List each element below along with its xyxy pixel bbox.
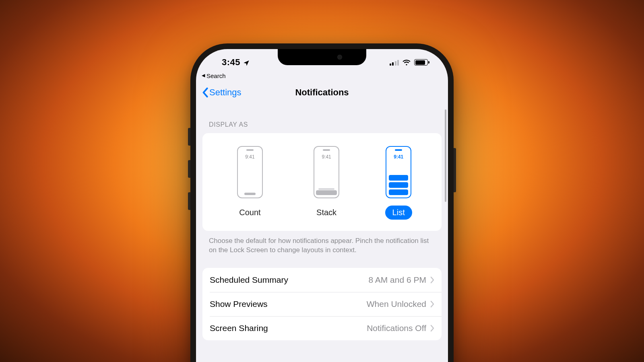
page-title: Notifications [295,87,349,98]
back-button-label: Settings [209,87,242,98]
display-as-option-count[interactable]: 9:41 Count [232,146,268,220]
row-screen-sharing[interactable]: Screen Sharing Notifications Off [202,316,442,340]
display-as-footer: Choose the default for how notifications… [202,231,442,259]
display-as-option-label: Stack [309,206,344,220]
display-as-card: 9:41 Count 9:41 Stack [202,133,442,231]
phone-notch [278,49,366,65]
row-label: Screen Sharing [210,323,268,333]
row-value: 8 AM and 6 PM [368,275,426,285]
breadcrumb-label: Search [206,72,226,79]
row-scheduled-summary[interactable]: Scheduled Summary 8 AM and 6 PM [202,268,442,292]
location-icon [243,59,250,66]
phone-frame: 3:45 ◀ Sea [190,43,454,362]
back-button[interactable]: Settings [202,87,242,98]
display-as-option-label: Count [232,206,268,220]
chevron-right-icon [430,276,434,284]
chevron-right-icon [430,325,434,332]
display-as-header: DISPLAY AS [202,103,442,133]
row-value: When Unlocked [367,299,426,309]
cellular-signal-icon [390,59,399,66]
chevron-left-icon [202,87,208,98]
content-area: DISPLAY AS 9:41 Count [196,103,448,340]
display-as-preview-stack: 9:41 [314,146,339,198]
status-time: 3:45 [222,57,240,68]
back-triangle-icon: ◀ [202,73,205,78]
row-label: Scheduled Summary [210,275,288,285]
display-as-preview-count: 9:41 [237,146,263,198]
wifi-icon [402,59,411,66]
row-value: Notifications Off [367,323,426,333]
chevron-right-icon [430,300,434,308]
row-label: Show Previews [210,299,268,309]
display-as-option-label: List [385,206,412,220]
battery-icon [414,59,428,66]
scroll-indicator[interactable] [445,109,446,202]
display-as-option-stack[interactable]: 9:41 Stack [309,146,344,220]
nav-bar: Settings Notifications [196,82,448,103]
phone-screen: 3:45 ◀ Sea [196,49,448,362]
settings-list-card: Scheduled Summary 8 AM and 6 PM Show Pre… [202,268,442,340]
breadcrumb-back-to-search[interactable]: ◀ Search [196,72,448,79]
display-as-option-list[interactable]: 9:41 List [385,146,412,220]
row-show-previews[interactable]: Show Previews When Unlocked [202,292,442,316]
display-as-preview-list: 9:41 [386,146,411,198]
